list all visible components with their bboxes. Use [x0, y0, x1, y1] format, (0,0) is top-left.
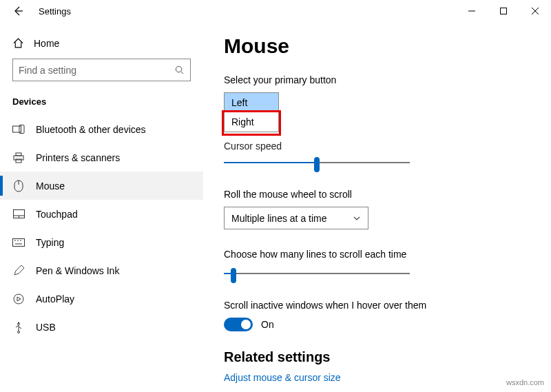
dropdown-option-right[interactable]: Right: [225, 112, 278, 132]
svg-line-5: [181, 72, 183, 74]
slider-thumb[interactable]: [231, 268, 236, 283]
search-input[interactable]: Find a setting: [12, 59, 191, 81]
search-placeholder: Find a setting: [19, 65, 76, 76]
toggle-knob: [241, 320, 251, 329]
dropdown-option-left[interactable]: Left: [225, 93, 278, 112]
sidebar: Home Find a setting Devices Bluetooth & …: [0, 22, 203, 392]
chevron-down-icon: [353, 214, 361, 223]
svg-point-23: [18, 331, 20, 333]
scroll-wheel-label: Roll the mouse wheel to scroll: [224, 189, 530, 200]
window-title: Settings: [39, 6, 71, 17]
lines-label: Choose how many lines to scroll each tim…: [224, 249, 530, 260]
svg-rect-6: [13, 126, 21, 132]
printer-icon: [12, 152, 25, 164]
touchpad-icon: [12, 208, 25, 220]
sidebar-item-mouse[interactable]: Mouse: [0, 172, 203, 200]
lines-slider[interactable]: [224, 267, 410, 280]
keyboard-icon: [12, 236, 25, 249]
sidebar-item-label: Mouse: [36, 180, 65, 192]
close-button[interactable]: [519, 0, 551, 22]
sidebar-item-label: Pen & Windows Ink: [36, 265, 119, 276]
sidebar-item-label: Touchpad: [36, 209, 78, 220]
slider-track: [224, 273, 410, 274]
sidebar-item-usb[interactable]: USB: [0, 313, 203, 341]
related-settings-heading: Related settings: [224, 349, 530, 365]
mouse-icon: [12, 180, 25, 192]
autoplay-icon: [12, 293, 25, 305]
svg-rect-1: [501, 8, 507, 14]
sidebar-item-touchpad[interactable]: Touchpad: [0, 200, 203, 228]
primary-button-label: Select your primary button: [224, 74, 530, 85]
svg-rect-8: [16, 153, 21, 156]
sidebar-item-pen[interactable]: Pen & Windows Ink: [0, 256, 203, 285]
maximize-button[interactable]: [488, 0, 519, 22]
scroll-wheel-value: Multiple lines at a time: [231, 213, 327, 224]
search-icon: [174, 65, 185, 75]
cursor-speed-label: Cursor speed: [224, 141, 530, 152]
main-content: Mouse Select your primary button Left Ri…: [203, 22, 551, 392]
sidebar-item-label: Typing: [36, 237, 64, 248]
inactive-windows-label: Scroll inactive windows when I hover ove…: [224, 300, 530, 311]
sidebar-item-printers[interactable]: Printers & scanners: [0, 143, 203, 172]
sidebar-item-typing[interactable]: Typing: [0, 228, 203, 256]
home-icon: [12, 37, 24, 49]
slider-thumb[interactable]: [314, 157, 320, 172]
sidebar-item-autoplay[interactable]: AutoPlay: [0, 285, 203, 313]
slider-fill: [224, 162, 317, 163]
back-button[interactable]: [10, 3, 26, 19]
sidebar-item-bluetooth[interactable]: Bluetooth & other devices: [0, 115, 203, 143]
inactive-windows-toggle[interactable]: [224, 318, 253, 331]
page-heading: Mouse: [224, 34, 530, 58]
watermark: wsxdn.com: [506, 378, 544, 386]
scroll-wheel-dropdown[interactable]: Multiple lines at a time: [224, 207, 368, 229]
sidebar-item-label: Printers & scanners: [36, 152, 120, 163]
home-link[interactable]: Home: [0, 34, 203, 59]
section-title: Devices: [0, 96, 203, 115]
svg-point-4: [176, 66, 181, 72]
svg-point-21: [14, 294, 23, 304]
minimize-button[interactable]: [456, 0, 488, 22]
pen-icon: [12, 265, 25, 277]
home-label: Home: [34, 38, 59, 49]
sidebar-item-label: AutoPlay: [36, 293, 74, 305]
usb-icon: [12, 321, 25, 333]
adjust-mouse-link[interactable]: Adjust mouse & cursor size: [224, 372, 530, 383]
sidebar-item-label: Bluetooth & other devices: [36, 124, 146, 135]
svg-rect-16: [13, 238, 25, 246]
sidebar-item-label: USB: [36, 322, 56, 333]
devices-icon: [12, 123, 25, 136]
cursor-speed-slider[interactable]: [224, 156, 410, 169]
toggle-state: On: [261, 319, 274, 330]
primary-button-dropdown[interactable]: Left Right: [224, 92, 279, 132]
